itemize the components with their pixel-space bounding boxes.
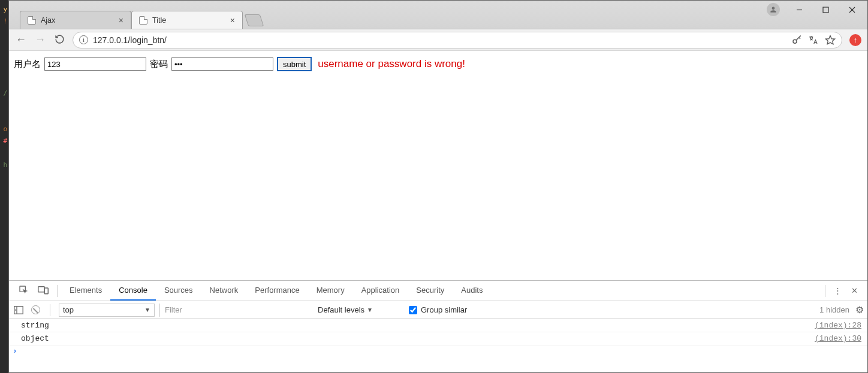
bookmark-star-icon[interactable] xyxy=(825,35,836,46)
devtools-tab-sources[interactable]: Sources xyxy=(156,281,201,301)
key-icon[interactable] xyxy=(791,35,802,46)
devtools-tab-audits[interactable]: Audits xyxy=(453,281,491,301)
log-levels-dropdown[interactable]: Default levels ▼ xyxy=(314,304,404,317)
context-dropdown-value: top xyxy=(63,305,74,314)
nav-back-button[interactable]: ← xyxy=(15,34,27,46)
page-icon xyxy=(139,16,147,25)
address-bar: ← → i 127.0.0.1/login_btn/ ↑ xyxy=(9,29,867,51)
svg-rect-7 xyxy=(38,287,45,292)
devtools-tab-security[interactable]: Security xyxy=(408,281,453,301)
console-output[interactable]: string(index):28object(index):30 xyxy=(9,319,867,372)
clear-console-icon[interactable] xyxy=(29,305,41,316)
user-account-icon[interactable] xyxy=(767,3,780,16)
console-log-row[interactable]: string(index):28 xyxy=(9,319,867,332)
window-close-button[interactable] xyxy=(839,1,865,19)
window-minimize-button[interactable] xyxy=(786,1,812,19)
password-input[interactable] xyxy=(171,57,273,71)
browser-window: Ajax×Title× ← → i 127.0.0.1/login_btn/ xyxy=(8,0,868,373)
devtools-tab-network[interactable]: Network xyxy=(201,281,247,301)
console-filter-input[interactable] xyxy=(159,304,309,317)
window-maximize-button[interactable] xyxy=(812,1,839,19)
devtools-tab-application[interactable]: Application xyxy=(353,281,408,301)
devtools-tabs: ElementsConsoleSourcesNetworkPerformance… xyxy=(61,281,491,301)
log-source-link[interactable]: (index):30 xyxy=(815,334,861,343)
group-similar-label: Group similar xyxy=(421,305,467,314)
page-icon xyxy=(28,16,36,25)
inspect-element-icon[interactable] xyxy=(14,285,33,296)
url-text: 127.0.0.1/login_btn/ xyxy=(93,35,786,45)
hidden-messages-label[interactable]: 1 hidden xyxy=(819,305,849,314)
submit-button[interactable]: submit xyxy=(277,57,312,71)
error-message: username or password is wrong! xyxy=(318,58,465,70)
chevron-down-icon: ▼ xyxy=(144,307,150,313)
group-similar-checkbox[interactable]: Group similar xyxy=(409,305,467,314)
console-toolbar: top ▼ Default levels ▼ Group similar 1 h… xyxy=(9,301,867,319)
devtools-panel: ElementsConsoleSourcesNetworkPerformance… xyxy=(9,280,867,372)
omnibox-actions xyxy=(791,35,836,46)
console-prompt[interactable] xyxy=(9,345,867,357)
tab-close-icon[interactable]: × xyxy=(117,16,125,25)
log-source-link[interactable]: (index):28 xyxy=(815,321,861,330)
nav-forward-button[interactable]: → xyxy=(34,34,46,46)
device-toggle-icon[interactable] xyxy=(33,285,53,296)
editor-gutter: y!/o#h xyxy=(0,0,8,373)
console-log-row[interactable]: object(index):30 xyxy=(9,332,867,345)
devtools-menu-icon[interactable]: ⋮ xyxy=(829,286,846,295)
password-label: 密码 xyxy=(150,59,168,70)
group-similar-input[interactable] xyxy=(409,306,417,314)
log-message: object xyxy=(21,334,815,343)
new-tab-button[interactable] xyxy=(245,14,264,26)
svg-rect-1 xyxy=(823,7,828,13)
translate-icon[interactable] xyxy=(808,35,819,46)
devtools-tab-elements[interactable]: Elements xyxy=(61,281,110,301)
tab-title: Title xyxy=(152,16,224,25)
devtools-tab-console[interactable]: Console xyxy=(110,281,156,301)
devtools-toolbar: ElementsConsoleSourcesNetworkPerformance… xyxy=(9,281,867,301)
svg-rect-8 xyxy=(44,288,48,294)
extension-badge-icon[interactable]: ↑ xyxy=(849,34,861,46)
log-levels-value: Default levels xyxy=(318,305,364,314)
username-input[interactable] xyxy=(44,57,146,71)
login-form: 用户名 密码 submit username or password is wr… xyxy=(14,57,863,71)
nav-reload-button[interactable] xyxy=(53,34,65,46)
log-message: string xyxy=(21,321,815,330)
chevron-down-icon: ▼ xyxy=(367,307,373,313)
browser-tab[interactable]: Ajax× xyxy=(20,11,131,29)
devtools-close-icon[interactable]: ✕ xyxy=(846,286,863,295)
tab-title: Ajax xyxy=(41,16,113,25)
url-omnibox[interactable]: i 127.0.0.1/login_btn/ xyxy=(73,32,842,48)
tab-close-icon[interactable]: × xyxy=(229,16,236,25)
site-info-icon[interactable]: i xyxy=(79,35,88,44)
console-sidebar-toggle-icon[interactable] xyxy=(13,305,25,316)
devtools-tab-memory[interactable]: Memory xyxy=(308,281,353,301)
window-controls xyxy=(767,1,865,19)
username-label: 用户名 xyxy=(14,59,41,70)
context-dropdown[interactable]: top ▼ xyxy=(59,304,155,317)
tab-row: Ajax×Title× xyxy=(9,1,243,29)
browser-titlebar: Ajax×Title× xyxy=(9,1,867,29)
page-content: 用户名 密码 submit username or password is wr… xyxy=(9,51,867,280)
console-settings-icon[interactable]: ⚙ xyxy=(855,304,864,316)
devtools-tab-performance[interactable]: Performance xyxy=(246,281,308,301)
svg-marker-5 xyxy=(826,35,835,44)
browser-tab[interactable]: Title× xyxy=(131,11,243,29)
